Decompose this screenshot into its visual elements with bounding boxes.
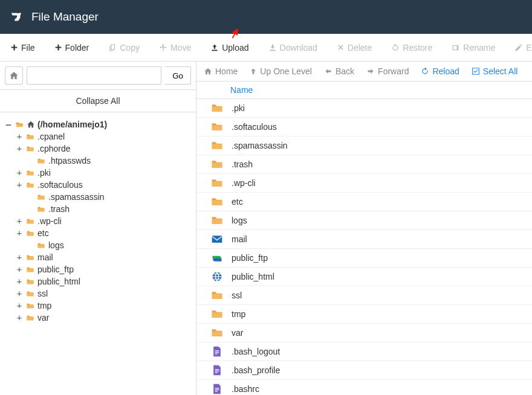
table-row[interactable]: etc <box>196 193 532 211</box>
file-button[interactable]: File <box>6 40 39 56</box>
tree-item[interactable]: logs <box>5 239 191 251</box>
nav-home-button[interactable]: Home <box>204 66 238 76</box>
tree-toggle-icon[interactable]: + <box>16 277 23 286</box>
move-button: Move <box>155 40 195 56</box>
folder-icon <box>211 327 223 339</box>
row-name: .softaculous <box>232 122 277 132</box>
tree-toggle-icon[interactable]: + <box>16 265 23 274</box>
tree-item[interactable]: +mail <box>5 251 191 263</box>
tree-item-label: logs <box>48 240 64 250</box>
home-button[interactable] <box>5 66 23 85</box>
delete-icon <box>337 43 345 51</box>
table-row[interactable]: tmp <box>196 305 532 324</box>
check-icon <box>472 67 480 75</box>
table-row[interactable]: .softaculous <box>196 118 532 136</box>
collapse-all-button[interactable]: Collapse All <box>0 90 196 112</box>
nav-up-button[interactable]: Up One Level <box>250 66 312 76</box>
cpanel-logo-icon <box>8 9 24 25</box>
app-header: File Manager <box>0 0 532 34</box>
table-row[interactable]: logs <box>196 211 532 230</box>
tree-item-label: ssl <box>37 289 48 298</box>
tree-item-label: .cphorde <box>37 144 70 153</box>
tree-item-label: .trash <box>48 204 70 214</box>
tree-item[interactable]: .htpasswds <box>5 155 191 167</box>
tree-toggle-icon[interactable]: – <box>5 120 12 129</box>
folder-icon <box>211 102 223 114</box>
tree-item[interactable]: +tmp <box>5 300 191 312</box>
toolbar-label: Download <box>280 43 317 53</box>
tree-item[interactable]: .trash <box>5 203 191 215</box>
tree-toggle-icon[interactable]: + <box>16 216 23 226</box>
nav-toolbar: Home Up One Level Back Forward Reload Se… <box>196 62 532 82</box>
tree-toggle-icon[interactable]: + <box>16 313 23 323</box>
nav-back-button[interactable]: Back <box>324 66 354 76</box>
tree-item-label: .softaculous <box>37 180 83 190</box>
folder-icon <box>211 177 223 189</box>
row-name: tmp <box>232 309 245 319</box>
path-input[interactable] <box>27 66 161 85</box>
table-row[interactable]: .bash_logout <box>196 342 532 361</box>
tree-item[interactable]: .spamassassin <box>5 191 191 203</box>
tree-toggle-icon[interactable]: + <box>16 144 23 153</box>
copy-button: Copy <box>104 40 144 56</box>
table-row[interactable]: .bash_profile <box>196 361 532 380</box>
tree-item[interactable]: +public_ftp <box>5 263 191 275</box>
tree-toggle-icon[interactable]: + <box>16 168 23 178</box>
table-header: Name <box>196 82 532 99</box>
tree-item[interactable]: +.wp-cli <box>5 215 191 227</box>
tree-item[interactable]: +ssl <box>5 287 191 300</box>
tree-toggle-icon[interactable]: + <box>16 301 23 310</box>
table-row[interactable]: ssl <box>196 286 532 305</box>
download-button: Download <box>264 40 322 56</box>
restore-icon <box>391 43 400 52</box>
table-row[interactable]: mail <box>196 230 532 249</box>
folder-icon <box>211 196 223 208</box>
table-row[interactable]: var <box>196 324 532 342</box>
tree-item[interactable]: +.softaculous <box>5 179 191 191</box>
nav-up-label: Up One Level <box>260 66 312 76</box>
tree-item-label: var <box>37 313 49 323</box>
tree-toggle-icon[interactable]: + <box>16 228 23 238</box>
rename-button: Rename <box>447 40 499 56</box>
tree-item[interactable]: +var <box>5 312 191 324</box>
content-pane: Home Up One Level Back Forward Reload Se… <box>196 62 532 395</box>
tree-toggle-icon[interactable]: + <box>16 132 23 141</box>
tree-item-label: public_html <box>37 277 80 286</box>
tree-item[interactable]: +.pki <box>5 167 191 179</box>
nav-selectall-button[interactable]: Select All <box>472 66 518 76</box>
copy-icon <box>108 43 117 52</box>
table-row[interactable]: public_ftp <box>196 249 532 268</box>
table-row[interactable]: .wp-cli <box>196 174 532 193</box>
reload-icon <box>421 67 429 75</box>
tree-item-label: .pki <box>37 168 51 178</box>
tree-toggle-icon[interactable]: + <box>16 180 23 190</box>
table-row[interactable]: .spamassassin <box>196 136 532 155</box>
tree-root[interactable]: –(/home/animejo1) <box>5 118 191 130</box>
tree-item-label: .cpanel <box>37 132 65 141</box>
edit-button: Edit <box>510 40 532 56</box>
table-row[interactable]: .bashrc <box>196 380 532 395</box>
row-name: ssl <box>232 291 242 300</box>
nav-reload-button[interactable]: Reload <box>421 66 459 76</box>
file-icon <box>211 345 223 358</box>
row-name: logs <box>232 216 247 225</box>
nav-forward-button[interactable]: Forward <box>366 66 409 76</box>
download-icon <box>268 43 277 52</box>
tree-item[interactable]: +etc <box>5 227 191 239</box>
table-row[interactable]: .pki <box>196 99 532 118</box>
column-name-header[interactable]: Name <box>230 85 253 95</box>
table-row[interactable]: .trash <box>196 155 532 174</box>
folder-button[interactable]: Folder <box>50 40 94 56</box>
tree-toggle-icon[interactable]: + <box>16 252 23 262</box>
nav-home-label: Home <box>215 66 238 76</box>
arrow-left-icon <box>324 68 332 75</box>
go-button[interactable]: Go <box>165 66 191 85</box>
tree-toggle-icon[interactable]: + <box>16 289 23 298</box>
tree-item[interactable]: +.cphorde <box>5 143 191 155</box>
tree-item[interactable]: +.cpanel <box>5 130 191 143</box>
table-row[interactable]: public_html <box>196 268 532 286</box>
tree-item[interactable]: +public_html <box>5 275 191 287</box>
upload-icon <box>210 43 219 52</box>
upload-button[interactable]: Upload <box>206 40 253 56</box>
ftp-icon <box>211 252 223 264</box>
